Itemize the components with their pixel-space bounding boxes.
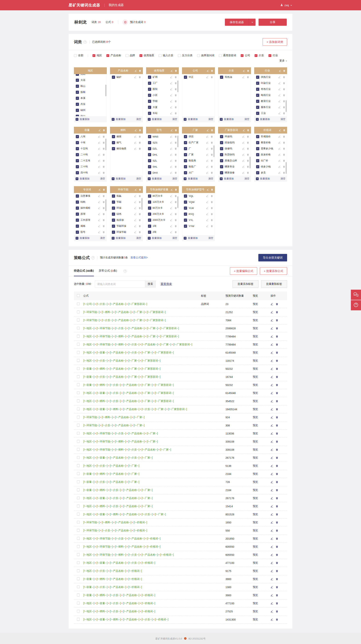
- delete-icon[interactable]: [102, 154, 105, 156]
- row-checkbox[interactable]: [77, 553, 80, 556]
- edit-icon[interactable]: [134, 136, 136, 138]
- delete-icon[interactable]: [102, 231, 105, 234]
- delete-icon[interactable]: [283, 76, 285, 78]
- delete-icon[interactable]: [174, 231, 177, 234]
- row-checkbox[interactable]: [77, 367, 80, 370]
- delete-icon[interactable]: [283, 148, 285, 150]
- edit-icon[interactable]: [206, 225, 208, 228]
- wordclass-item[interactable]: 型号: [74, 229, 106, 235]
- item-checkbox[interactable]: [76, 135, 79, 138]
- item-checkbox[interactable]: [76, 230, 79, 234]
- wordclass-item[interactable]: 燃气: [110, 140, 143, 146]
- wordclass-item[interactable]: 印染行业: [254, 80, 287, 86]
- wordclass-item[interactable]: 工作原理: [74, 217, 106, 223]
- delete-icon[interactable]: [276, 448, 278, 451]
- wordclass-item[interactable]: 结构: [74, 199, 106, 205]
- edit-icon[interactable]: [270, 400, 273, 402]
- preview-link[interactable]: 预览: [253, 335, 258, 338]
- item-checkbox[interactable]: [184, 159, 187, 162]
- row-checkbox[interactable]: [77, 416, 80, 418]
- item-checkbox[interactable]: [112, 224, 115, 228]
- wordclass-item[interactable]: 绿色: [110, 211, 143, 217]
- wordclass-filter[interactable]: 品牌: [126, 54, 135, 57]
- edit-icon[interactable]: [134, 231, 136, 234]
- edit-icon[interactable]: [270, 513, 273, 516]
- item-checkbox[interactable]: [184, 76, 187, 79]
- row-checkbox[interactable]: [77, 383, 80, 386]
- delete-icon[interactable]: [283, 129, 286, 132]
- preview-link[interactable]: 预览: [253, 513, 258, 516]
- preview-link[interactable]: 预览: [253, 424, 258, 427]
- delete-icon[interactable]: [174, 225, 177, 228]
- delete-icon[interactable]: [174, 136, 177, 138]
- preview-link[interactable]: 预览: [253, 610, 258, 613]
- item-checkbox[interactable]: [148, 100, 151, 103]
- wordclass-item[interactable]: 八吨: [74, 134, 106, 140]
- wordclass-item[interactable]: 燃生物质: [110, 146, 143, 152]
- edit-icon[interactable]: [278, 76, 281, 78]
- preview-link[interactable]: 预览: [253, 375, 258, 378]
- item-checkbox[interactable]: [184, 224, 187, 228]
- delete-icon[interactable]: [276, 400, 278, 402]
- preview-link[interactable]: 预览: [253, 561, 258, 564]
- edit-icon[interactable]: [170, 100, 172, 102]
- item-checkbox[interactable]: [220, 153, 223, 156]
- edit-icon[interactable]: [134, 201, 136, 203]
- delete-icon[interactable]: [174, 213, 177, 215]
- edit-icon[interactable]: [242, 142, 244, 144]
- edit-icon[interactable]: [279, 70, 281, 72]
- wordclass-item[interactable]: 哪家专业: [218, 164, 251, 170]
- edit-icon[interactable]: [206, 154, 208, 156]
- filter-checkbox[interactable]: [140, 54, 142, 57]
- edit-icon[interactable]: [242, 136, 244, 138]
- preview-link[interactable]: 预览: [253, 351, 258, 354]
- delete-icon[interactable]: [138, 213, 141, 215]
- delete-icon[interactable]: [103, 129, 105, 132]
- wordclass-item[interactable]: 低氮: [110, 193, 143, 199]
- wordclass-item[interactable]: 到货快吗: [218, 152, 251, 158]
- delete-icon[interactable]: [276, 360, 278, 362]
- edit-icon[interactable]: [242, 160, 244, 162]
- item-checkbox[interactable]: [112, 147, 115, 150]
- edit-icon[interactable]: [270, 311, 273, 314]
- batch-add-button[interactable]: +批量添加: [112, 236, 126, 240]
- wordclass-item[interactable]: SZL: [146, 158, 179, 164]
- delete-icon[interactable]: [174, 100, 177, 102]
- delete-icon[interactable]: [174, 154, 177, 156]
- row-checkbox[interactable]: [77, 440, 80, 443]
- delete-icon[interactable]: [210, 225, 213, 228]
- item-checkbox[interactable]: [76, 171, 79, 174]
- item-checkbox[interactable]: [148, 224, 151, 228]
- wordclass-filter[interactable]: 介质: [254, 54, 264, 57]
- preview-link[interactable]: 预览: [253, 553, 258, 556]
- preview-link[interactable]: 预览: [253, 400, 258, 402]
- wordclass-item[interactable]: 学校: [146, 98, 179, 104]
- wordclass-item[interactable]: YQW: [182, 199, 215, 205]
- wordclass-item[interactable]: 原理: [74, 211, 106, 217]
- edit-icon[interactable]: [278, 136, 281, 138]
- reset-search-link[interactable]: 重置搜索: [160, 282, 172, 286]
- edit-icon[interactable]: [270, 481, 273, 484]
- filter-checkbox[interactable]: [74, 54, 77, 57]
- preview-link[interactable]: 预览: [253, 392, 258, 394]
- wordclass-item[interactable]: 200万大卡: [146, 211, 179, 217]
- item-checkbox[interactable]: [112, 76, 115, 79]
- edit-icon[interactable]: [270, 384, 273, 386]
- wordclass-item[interactable]: 电缆行业: [254, 92, 287, 98]
- item-checkbox[interactable]: [256, 135, 259, 138]
- batch-add-button[interactable]: +批量添加: [220, 177, 234, 180]
- edit-icon[interactable]: [278, 148, 281, 150]
- filter-checkbox[interactable]: [254, 54, 258, 57]
- delete-icon[interactable]: [283, 154, 285, 156]
- wordclass-item[interactable]: 有色行业: [254, 86, 287, 92]
- delete-icon[interactable]: [175, 129, 177, 132]
- clear-button[interactable]: 清空: [208, 177, 213, 180]
- edit-icon[interactable]: [98, 148, 100, 150]
- delete-icon[interactable]: [247, 76, 249, 78]
- item-checkbox[interactable]: [148, 153, 151, 156]
- preview-link[interactable]: 预览: [253, 537, 258, 540]
- wordclass-item[interactable]: DZL: [146, 146, 179, 152]
- row-checkbox[interactable]: [77, 408, 80, 410]
- item-checkbox[interactable]: [112, 230, 115, 234]
- delete-icon[interactable]: [174, 142, 177, 144]
